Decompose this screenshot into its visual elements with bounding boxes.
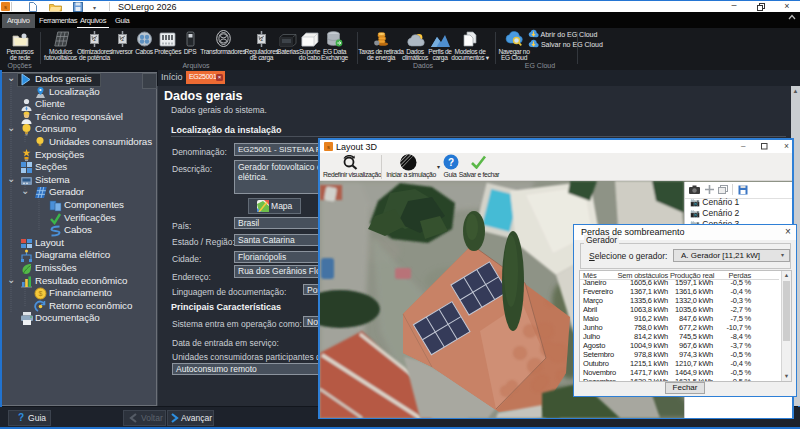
- svg-text:s: s: [327, 144, 330, 150]
- svg-text:s: s: [4, 4, 7, 10]
- svg-text:?: ?: [448, 157, 454, 168]
- svg-text:$: $: [39, 290, 43, 297]
